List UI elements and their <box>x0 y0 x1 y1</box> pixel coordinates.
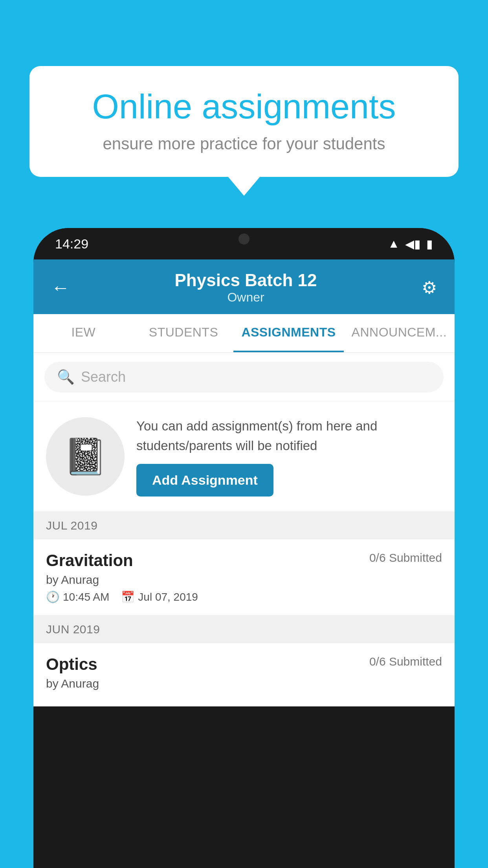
search-icon: 🔍 <box>57 369 75 385</box>
header-title: Physics Batch 12 <box>175 270 317 290</box>
assignment-by: by Anurag <box>46 573 442 587</box>
clock-icon: 🕐 <box>46 590 60 603</box>
app-header: ← Physics Batch 12 Owner ⚙ <box>33 259 455 314</box>
assignment-header-row-optics: Optics 0/6 Submitted <box>46 655 442 674</box>
phone-screen: 🔍 Search 📓 You can add assignment(s) fro… <box>33 353 455 706</box>
promo-icon-circle: 📓 <box>46 417 125 496</box>
battery-icon: ▮ <box>426 237 433 251</box>
assignment-by-optics: by Anurag <box>46 677 442 690</box>
signal-icon: ◀▮ <box>405 237 421 251</box>
tab-iew[interactable]: IEW <box>33 314 134 352</box>
assignment-submitted: 0/6 Submitted <box>369 551 442 565</box>
speech-bubble: Online assignments ensure more practice … <box>29 66 459 177</box>
assignment-item-optics[interactable]: Optics 0/6 Submitted by Anurag <box>33 643 455 706</box>
search-bar-wrapper: 🔍 Search <box>33 353 455 401</box>
month-separator-jun: JUN 2019 <box>33 616 455 643</box>
status-time: 14:29 <box>55 236 88 252</box>
tab-students[interactable]: STUDENTS <box>134 314 234 352</box>
bubble-subtitle: ensure more practice for your students <box>55 134 433 153</box>
phone-frame: 14:29 ▲ ◀▮ ▮ ← Physics Batch 12 Owner ⚙ … <box>33 228 455 868</box>
header-subtitle: Owner <box>175 290 317 305</box>
assignment-header-row: Gravitation 0/6 Submitted <box>46 551 442 570</box>
promo-content: You can add assignment(s) from here and … <box>136 416 442 497</box>
status-icons: ▲ ◀▮ ▮ <box>388 237 433 251</box>
tab-announcements[interactable]: ANNOUNCEM... <box>344 314 455 352</box>
promo-section: 📓 You can add assignment(s) from here an… <box>33 401 455 512</box>
month-separator-jul: JUL 2019 <box>33 512 455 539</box>
assignment-name-optics: Optics <box>46 655 97 674</box>
notebook-icon: 📓 <box>63 436 107 477</box>
assignment-date: 📅 Jul 07, 2019 <box>121 590 198 603</box>
assignment-submitted-optics: 0/6 Submitted <box>369 655 442 668</box>
camera-dot <box>238 234 250 245</box>
bubble-title: Online assignments <box>55 88 433 126</box>
status-bar: 14:29 ▲ ◀▮ ▮ <box>33 228 455 259</box>
notch <box>205 228 283 250</box>
calendar-icon: 📅 <box>121 590 135 603</box>
assignment-name: Gravitation <box>46 551 133 570</box>
add-assignment-button[interactable]: Add Assignment <box>136 464 273 497</box>
search-bar[interactable]: 🔍 Search <box>44 362 444 392</box>
settings-icon[interactable]: ⚙ <box>422 278 437 298</box>
tab-assignments[interactable]: ASSIGNMENTS <box>233 314 343 352</box>
header-center: Physics Batch 12 Owner <box>175 270 317 305</box>
assignment-item-gravitation[interactable]: Gravitation 0/6 Submitted by Anurag 🕐 10… <box>33 539 455 616</box>
search-placeholder: Search <box>81 369 126 385</box>
wifi-icon: ▲ <box>388 237 400 250</box>
assignment-time: 🕐 10:45 AM <box>46 590 109 603</box>
tabs-bar: IEW STUDENTS ASSIGNMENTS ANNOUNCEM... <box>33 314 455 353</box>
assignment-meta: 🕐 10:45 AM 📅 Jul 07, 2019 <box>46 590 442 603</box>
back-button[interactable]: ← <box>51 277 70 298</box>
promo-text: You can add assignment(s) from here and … <box>136 416 442 455</box>
